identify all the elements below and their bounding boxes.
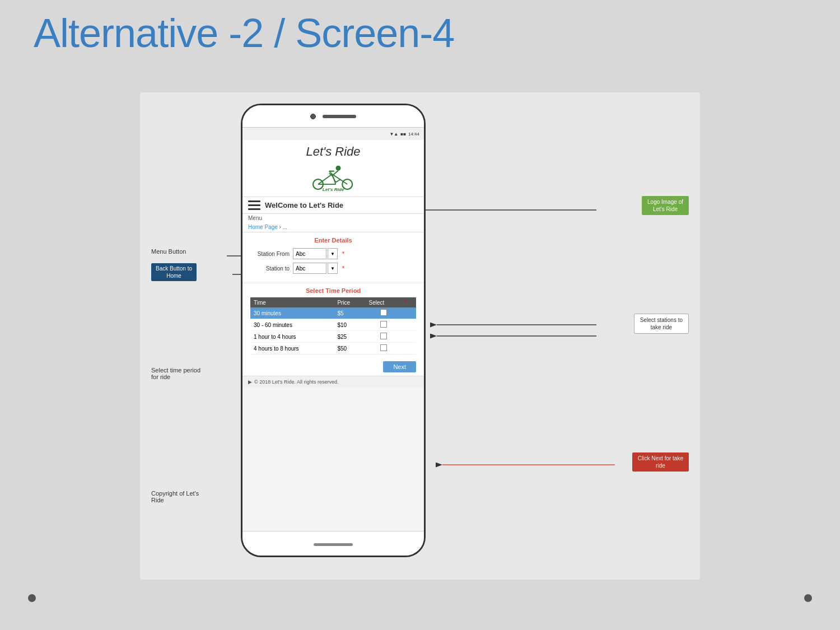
enter-details-section: Enter Details Station From ▼ * Station t… <box>242 232 424 282</box>
copyright-arrow: ▶ <box>248 379 252 385</box>
col-time: Time <box>250 297 334 307</box>
enter-details-title: Enter Details <box>250 237 416 244</box>
annotation-menu-button: Menu Button <box>151 248 186 255</box>
phone-top <box>242 105 424 128</box>
select-30min[interactable] <box>366 307 402 319</box>
time-30-60min: 30 - 60 minutes <box>250 319 334 331</box>
price-30-60min: $10 <box>334 319 365 331</box>
time-4-8hr: 4 hours to 8 hours <box>250 343 334 354</box>
copyright-text: © 2018 Let's Ride. All rights reserved. <box>254 379 338 385</box>
phone-screen: ▼▲ ■■ 14:44 Let's Ride <box>242 128 424 531</box>
phone-camera <box>310 114 316 119</box>
app-title: Let's Ride <box>242 144 424 159</box>
hamburger-icon[interactable] <box>248 200 260 210</box>
bullet-dot-left <box>28 594 36 602</box>
station-from-dropdown[interactable]: ▼ <box>328 248 338 259</box>
app-header: Let's Ride <box>242 140 424 197</box>
select-1-4hr[interactable] <box>366 331 402 343</box>
menu-label: Menu <box>242 214 424 222</box>
table-row: 30 - 60 minutes $10 <box>250 319 416 331</box>
table-row: 1 hour to 4 hours $25 <box>250 331 416 343</box>
signal-icon: ▼▲ <box>389 132 398 137</box>
station-to-row: Station to ▼ * <box>250 263 416 274</box>
table-row: 4 hours to 8 hours $50 <box>250 343 416 354</box>
breadcrumb[interactable]: Home Page › ... <box>242 222 424 232</box>
col-price: Price <box>334 297 365 307</box>
time-period-table: Time Price Select * 30 minutes $5 <box>250 297 416 354</box>
time-period-title: Select Time Period <box>250 287 416 294</box>
annotation-logo: Logo Image of Let's Ride <box>642 196 689 215</box>
next-button-row: Next <box>242 358 424 376</box>
svg-line-22 <box>336 179 341 182</box>
price-1-4hr: $25 <box>334 331 365 343</box>
station-to-input[interactable] <box>293 263 326 274</box>
phone-home-bar[interactable] <box>314 543 353 546</box>
status-bar: ▼▲ ■■ 14:44 <box>242 128 424 140</box>
logo-image: Let's Ride <box>305 161 361 192</box>
breadcrumb-separator: › <box>278 224 283 230</box>
next-button[interactable]: Next <box>383 361 416 372</box>
time-display: 14:44 <box>408 132 419 137</box>
time-1-4hr: 1 hour to 4 hours <box>250 331 334 343</box>
annotation-time-period: Select time period for ride <box>151 367 200 380</box>
battery-icon: ■■ <box>400 132 406 137</box>
time-30min: 30 minutes <box>250 307 334 319</box>
col-select: Select <box>366 297 402 307</box>
breadcrumb-home[interactable]: Home Page <box>248 224 278 230</box>
annotation-next: Click Next for take ride <box>632 452 689 472</box>
station-from-input-group[interactable]: ▼ <box>293 248 338 259</box>
station-from-input[interactable] <box>293 248 326 259</box>
station-to-required: * <box>342 265 344 272</box>
station-from-row: Station From ▼ * <box>250 248 416 259</box>
breadcrumb-rest: ... <box>283 224 287 230</box>
bullet-dot-right <box>804 594 812 602</box>
svg-text:Let's Ride: Let's Ride <box>323 186 344 190</box>
annotation-back-button: Back Button to Home <box>151 263 197 281</box>
slide-container: Menu Button Back Button to Home Select t… <box>140 92 700 580</box>
price-4-8hr: $50 <box>334 343 365 354</box>
annotation-stations: Select stations to take ride <box>634 314 689 334</box>
page-title: Alternative -2 / Screen-4 <box>34 10 454 56</box>
station-to-label: Station to <box>250 265 290 272</box>
annotation-copyright: Copyright of Let's Ride <box>151 490 199 503</box>
select-4-8hr[interactable] <box>366 343 402 354</box>
station-to-input-group[interactable]: ▼ <box>293 263 338 274</box>
phone-speaker <box>323 115 356 118</box>
phone-bottom <box>242 531 424 557</box>
phone-frame: ▼▲ ■■ 14:44 Let's Ride <box>241 104 426 557</box>
station-to-dropdown[interactable]: ▼ <box>328 263 338 274</box>
station-from-required: * <box>342 251 344 257</box>
svg-point-18 <box>336 165 341 170</box>
menu-bar[interactable]: WelCome to Let's Ride <box>242 197 424 214</box>
time-period-section: Select Time Period Time Price Select * 3… <box>242 284 424 358</box>
station-from-label: Station From <box>250 251 290 257</box>
welcome-text: WelCome to Let's Ride <box>265 201 343 209</box>
select-30-60min[interactable] <box>366 319 402 331</box>
price-30min: $5 <box>334 307 365 319</box>
table-row: 30 minutes $5 <box>250 307 416 319</box>
copyright-bar: ▶ © 2018 Let's Ride. All rights reserved… <box>242 376 424 388</box>
col-required: * <box>402 297 416 307</box>
